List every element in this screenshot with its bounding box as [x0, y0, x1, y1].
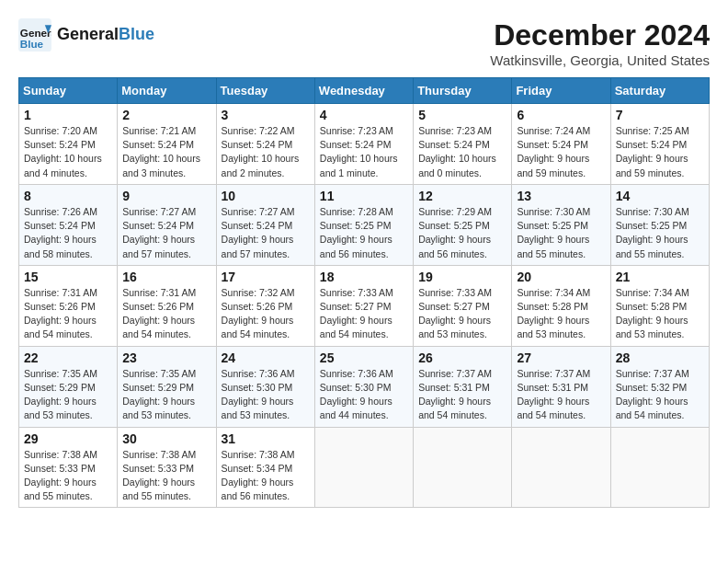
day-number: 8 — [24, 189, 112, 203]
calendar-week-row: 22Sunrise: 7:35 AMSunset: 5:29 PMDayligh… — [19, 346, 710, 427]
day-info: Sunrise: 7:38 AMSunset: 5:33 PMDaylight:… — [24, 448, 112, 504]
day-info: Sunrise: 7:36 AMSunset: 5:30 PMDaylight:… — [320, 367, 408, 423]
day-number: 4 — [320, 108, 408, 122]
day-info: Sunrise: 7:20 AMSunset: 5:24 PMDaylight:… — [24, 124, 112, 180]
day-number: 14 — [616, 189, 704, 203]
weekday-header-tuesday: Tuesday — [216, 78, 314, 104]
day-info: Sunrise: 7:29 AMSunset: 5:25 PMDaylight:… — [418, 205, 506, 261]
calendar-day-cell: 8Sunrise: 7:26 AMSunset: 5:24 PMDaylight… — [19, 184, 118, 265]
day-info: Sunrise: 7:31 AMSunset: 5:26 PMDaylight:… — [122, 286, 210, 342]
calendar-day-cell: 17Sunrise: 7:32 AMSunset: 5:26 PMDayligh… — [216, 265, 314, 346]
calendar-day-cell: 28Sunrise: 7:37 AMSunset: 5:32 PMDayligh… — [610, 346, 709, 427]
weekday-header-wednesday: Wednesday — [314, 78, 413, 104]
day-number: 31 — [222, 431, 310, 446]
calendar-day-cell: 19Sunrise: 7:33 AMSunset: 5:27 PMDayligh… — [414, 265, 512, 346]
calendar-day-cell: 22Sunrise: 7:35 AMSunset: 5:29 PMDayligh… — [19, 346, 118, 427]
day-info: Sunrise: 7:36 AMSunset: 5:30 PMDaylight:… — [222, 367, 310, 423]
day-number: 12 — [418, 189, 506, 203]
day-info: Sunrise: 7:35 AMSunset: 5:29 PMDaylight:… — [122, 367, 210, 423]
weekday-header-sunday: Sunday — [19, 78, 118, 104]
weekday-header-thursday: Thursday — [414, 78, 512, 104]
day-number: 9 — [122, 189, 210, 203]
calendar-week-row: 15Sunrise: 7:31 AMSunset: 5:26 PMDayligh… — [19, 265, 710, 346]
day-info: Sunrise: 7:25 AMSunset: 5:24 PMDaylight:… — [616, 124, 704, 180]
day-info: Sunrise: 7:27 AMSunset: 5:24 PMDaylight:… — [222, 205, 310, 261]
calendar-day-cell: 31Sunrise: 7:38 AMSunset: 5:34 PMDayligh… — [216, 427, 314, 508]
day-number: 27 — [517, 350, 605, 365]
calendar-day-cell: 2Sunrise: 7:21 AMSunset: 5:24 PMDaylight… — [118, 104, 216, 185]
day-info: Sunrise: 7:33 AMSunset: 5:27 PMDaylight:… — [320, 286, 408, 342]
calendar-day-cell: 15Sunrise: 7:31 AMSunset: 5:26 PMDayligh… — [19, 265, 118, 346]
day-info: Sunrise: 7:33 AMSunset: 5:27 PMDaylight:… — [418, 286, 506, 342]
day-number: 2 — [122, 108, 210, 122]
day-info: Sunrise: 7:30 AMSunset: 5:25 PMDaylight:… — [517, 205, 605, 261]
weekday-header-monday: Monday — [118, 78, 216, 104]
day-info: Sunrise: 7:30 AMSunset: 5:25 PMDaylight:… — [616, 205, 704, 261]
empty-cell — [314, 427, 413, 508]
day-info: Sunrise: 7:21 AMSunset: 5:24 PMDaylight:… — [122, 124, 210, 180]
logo-blue: Blue — [119, 25, 154, 43]
calendar-day-cell: 14Sunrise: 7:30 AMSunset: 5:25 PMDayligh… — [610, 184, 709, 265]
calendar-day-cell: 20Sunrise: 7:34 AMSunset: 5:28 PMDayligh… — [512, 265, 610, 346]
calendar-day-cell: 24Sunrise: 7:36 AMSunset: 5:30 PMDayligh… — [216, 346, 314, 427]
empty-cell — [512, 427, 610, 508]
day-number: 5 — [418, 108, 506, 122]
calendar-day-cell: 25Sunrise: 7:36 AMSunset: 5:30 PMDayligh… — [314, 346, 413, 427]
month-title: December 2024 — [490, 18, 710, 52]
day-number: 29 — [24, 431, 112, 446]
day-number: 30 — [122, 431, 210, 446]
location-title: Watkinsville, Georgia, United States — [490, 52, 710, 68]
svg-text:Blue: Blue — [20, 38, 44, 50]
day-number: 17 — [222, 270, 310, 284]
calendar-day-cell: 29Sunrise: 7:38 AMSunset: 5:33 PMDayligh… — [19, 427, 118, 508]
day-number: 24 — [222, 350, 310, 365]
logo-icon: General Blue — [18, 18, 51, 52]
day-info: Sunrise: 7:34 AMSunset: 5:28 PMDaylight:… — [616, 286, 704, 342]
weekday-header-friday: Friday — [512, 78, 610, 104]
day-info: Sunrise: 7:37 AMSunset: 5:31 PMDaylight:… — [418, 367, 506, 423]
calendar-day-cell: 26Sunrise: 7:37 AMSunset: 5:31 PMDayligh… — [414, 346, 512, 427]
day-number: 23 — [122, 350, 210, 365]
day-number: 18 — [320, 270, 408, 284]
day-info: Sunrise: 7:31 AMSunset: 5:26 PMDaylight:… — [24, 286, 112, 342]
calendar-day-cell: 3Sunrise: 7:22 AMSunset: 5:24 PMDaylight… — [216, 104, 314, 185]
day-info: Sunrise: 7:32 AMSunset: 5:26 PMDaylight:… — [222, 286, 310, 342]
calendar-day-cell: 5Sunrise: 7:23 AMSunset: 5:24 PMDaylight… — [414, 104, 512, 185]
day-number: 13 — [517, 189, 605, 203]
day-info: Sunrise: 7:35 AMSunset: 5:29 PMDaylight:… — [24, 367, 112, 423]
day-info: Sunrise: 7:24 AMSunset: 5:24 PMDaylight:… — [517, 124, 605, 180]
weekday-header-saturday: Saturday — [610, 78, 709, 104]
calendar-day-cell: 1Sunrise: 7:20 AMSunset: 5:24 PMDaylight… — [19, 104, 118, 185]
empty-cell — [610, 427, 709, 508]
day-number: 25 — [320, 350, 408, 365]
day-number: 6 — [517, 108, 605, 122]
calendar-day-cell: 21Sunrise: 7:34 AMSunset: 5:28 PMDayligh… — [610, 265, 709, 346]
day-number: 1 — [24, 108, 112, 122]
calendar-day-cell: 11Sunrise: 7:28 AMSunset: 5:25 PMDayligh… — [314, 184, 413, 265]
day-number: 3 — [222, 108, 310, 122]
day-number: 11 — [320, 189, 408, 203]
calendar-day-cell: 27Sunrise: 7:37 AMSunset: 5:31 PMDayligh… — [512, 346, 610, 427]
empty-cell — [414, 427, 512, 508]
logo-general: General — [57, 25, 119, 43]
calendar-day-cell: 6Sunrise: 7:24 AMSunset: 5:24 PMDaylight… — [512, 104, 610, 185]
calendar-day-cell: 18Sunrise: 7:33 AMSunset: 5:27 PMDayligh… — [314, 265, 413, 346]
day-info: Sunrise: 7:38 AMSunset: 5:33 PMDaylight:… — [122, 448, 210, 504]
day-number: 26 — [418, 350, 506, 365]
title-area: December 2024 Watkinsville, Georgia, Uni… — [490, 18, 710, 68]
logo: General Blue GeneralBlue — [18, 18, 154, 52]
day-info: Sunrise: 7:38 AMSunset: 5:34 PMDaylight:… — [222, 448, 310, 504]
day-number: 28 — [616, 350, 704, 365]
day-info: Sunrise: 7:34 AMSunset: 5:28 PMDaylight:… — [517, 286, 605, 342]
day-info: Sunrise: 7:27 AMSunset: 5:24 PMDaylight:… — [122, 205, 210, 261]
day-info: Sunrise: 7:23 AMSunset: 5:24 PMDaylight:… — [320, 124, 408, 180]
page-header: General Blue GeneralBlue December 2024 W… — [18, 18, 710, 68]
calendar-day-cell: 13Sunrise: 7:30 AMSunset: 5:25 PMDayligh… — [512, 184, 610, 265]
calendar-week-row: 8Sunrise: 7:26 AMSunset: 5:24 PMDaylight… — [19, 184, 710, 265]
calendar-day-cell: 16Sunrise: 7:31 AMSunset: 5:26 PMDayligh… — [118, 265, 216, 346]
calendar-day-cell: 4Sunrise: 7:23 AMSunset: 5:24 PMDaylight… — [314, 104, 413, 185]
day-number: 15 — [24, 270, 112, 284]
day-number: 7 — [616, 108, 704, 122]
day-number: 19 — [418, 270, 506, 284]
weekday-header-row: SundayMondayTuesdayWednesdayThursdayFrid… — [19, 78, 710, 104]
